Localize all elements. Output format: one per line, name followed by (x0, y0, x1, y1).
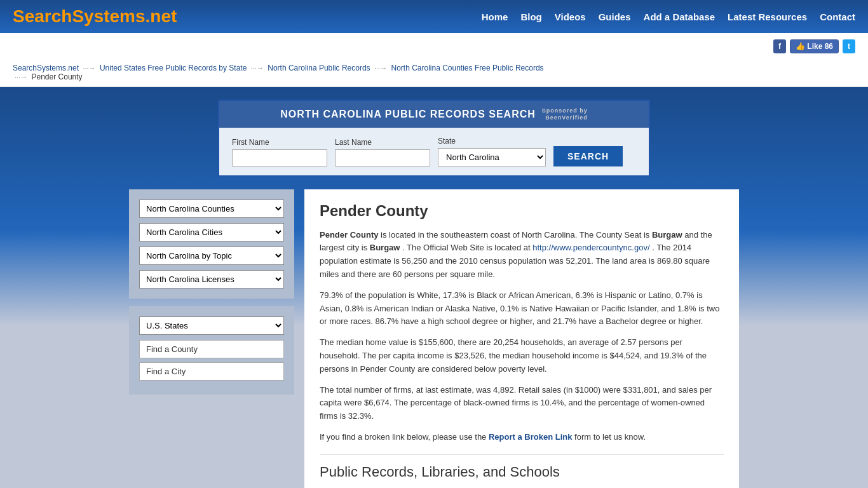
para1-text1: is located in the southeastern coast of … (381, 230, 652, 240)
find-county-button[interactable]: Find a County (139, 340, 284, 358)
nav-add-database[interactable]: Add a Database (644, 11, 715, 22)
para5-suffix: form to let us know. (574, 432, 646, 442)
breadcrumb-nc-counties[interactable]: North Carolina Counties Free Public Reco… (391, 64, 543, 72)
para-1: Pender County is located in the southeas… (320, 229, 724, 281)
twitter-icon[interactable]: t (843, 39, 855, 53)
search-fields: First Name Last Name State North Carolin… (219, 128, 649, 175)
nav-blog[interactable]: Blog (520, 11, 541, 22)
last-name-group: Last Name (335, 138, 430, 166)
logo-text-net: .net (146, 6, 177, 26)
breadcrumb: SearchSystems.net ···→ United States Fre… (0, 60, 868, 87)
nav-contact[interactable]: Contact (820, 11, 855, 22)
last-name-input[interactable] (335, 149, 430, 166)
nav-guides[interactable]: Guides (599, 11, 631, 22)
content-area: North Carolina Counties Alamance Alexand… (129, 189, 739, 488)
search-title: NORTH CAROLINA PUBLIC RECORDS SEARCH Spo… (219, 101, 649, 128)
para-5: If you find a broken link below, please … (320, 431, 724, 444)
breadcrumb-arrow-2: ···→ (251, 64, 264, 72)
page-title: Pender County (320, 202, 724, 220)
section-title: Public Records, Libraries, and Schools (320, 454, 724, 480)
breadcrumb-nc[interactable]: North Carolina Public Records (268, 64, 370, 72)
nc-by-topic-select[interactable]: North Carolina by Topic (139, 247, 284, 265)
header: SearchSystems.net Home Blog Videos Guide… (0, 0, 868, 33)
para-2: 79.3% of the population is White, 17.3% … (320, 289, 724, 329)
nc-licenses-select[interactable]: North Carolina Licenses (139, 270, 284, 288)
facebook-icon[interactable]: f (773, 39, 786, 53)
first-name-input[interactable] (232, 149, 327, 166)
nc-counties-select[interactable]: North Carolina Counties Alamance Alexand… (139, 200, 284, 218)
main-wrapper: NORTH CAROLINA PUBLIC RECORDS SEARCH Spo… (0, 87, 868, 488)
para1-text3: . The Official Web Site is located at (402, 243, 532, 252)
sidebar-section-us: U.S. States Alabama Alaska Arizona Calif… (129, 306, 294, 395)
burgaw-bold-1: Burgaw (652, 230, 682, 240)
first-name-label: First Name (232, 138, 327, 147)
state-group: State North Carolina Alabama Alaska Ariz… (438, 137, 546, 166)
sidebar: North Carolina Counties Alamance Alexand… (129, 189, 294, 488)
para-4: The total number of firms, at last estim… (320, 384, 724, 423)
search-box: NORTH CAROLINA PUBLIC RECORDS SEARCH Spo… (218, 100, 650, 177)
nc-cities-select[interactable]: North Carolina Cities (139, 223, 284, 241)
breadcrumb-home[interactable]: SearchSystems.net (13, 64, 79, 72)
nav-home[interactable]: Home (482, 11, 508, 22)
search-title-text: NORTH CAROLINA PUBLIC RECORDS SEARCH (280, 109, 536, 120)
pender-website-link[interactable]: http://www.pendercountync.gov/ (532, 243, 649, 252)
burgaw-bold-2: Burgaw (370, 243, 400, 252)
breadcrumb-arrow-3: ···→ (374, 64, 387, 72)
state-select[interactable]: North Carolina Alabama Alaska Arizona Ca… (438, 148, 546, 166)
breadcrumb-current: Pender County (32, 72, 83, 81)
nav-videos[interactable]: Videos (555, 11, 586, 22)
breadcrumb-us[interactable]: United States Free Public Records by Sta… (100, 64, 247, 72)
first-name-group: First Name (232, 138, 327, 166)
breadcrumb-arrow-1: ···→ (83, 64, 95, 72)
logo-text-main: SearchSystems (13, 6, 146, 26)
find-city-button[interactable]: Find a City (139, 362, 284, 381)
nav-latest-resources[interactable]: Latest Resources (728, 11, 807, 22)
breadcrumb-arrow-4: ···→ (15, 73, 27, 81)
sponsored-by: Sponsored byBeenVerified (542, 107, 588, 121)
main-nav: Home Blog Videos Guides Add a Database L… (482, 11, 855, 22)
last-name-label: Last Name (335, 138, 430, 147)
main-content: Pender County Pender County is located i… (304, 189, 739, 488)
para-3: The median home value is $155,600, there… (320, 336, 724, 376)
state-label: State (438, 137, 546, 146)
us-states-select[interactable]: U.S. States Alabama Alaska Arizona Calif… (139, 316, 284, 335)
facebook-like-button[interactable]: 👍 Like 86 (790, 39, 839, 53)
pender-county-bold: Pender County (320, 230, 378, 240)
report-broken-link[interactable]: Report a Broken Link (489, 432, 572, 442)
sidebar-section-nc: North Carolina Counties Alamance Alexand… (129, 189, 294, 299)
para5-prefix: If you find a broken link below, please … (320, 432, 489, 442)
search-button[interactable]: SEARCH (553, 146, 623, 166)
site-logo[interactable]: SearchSystems.net (13, 6, 177, 27)
social-bar: f 👍 Like 86 t (0, 33, 868, 60)
